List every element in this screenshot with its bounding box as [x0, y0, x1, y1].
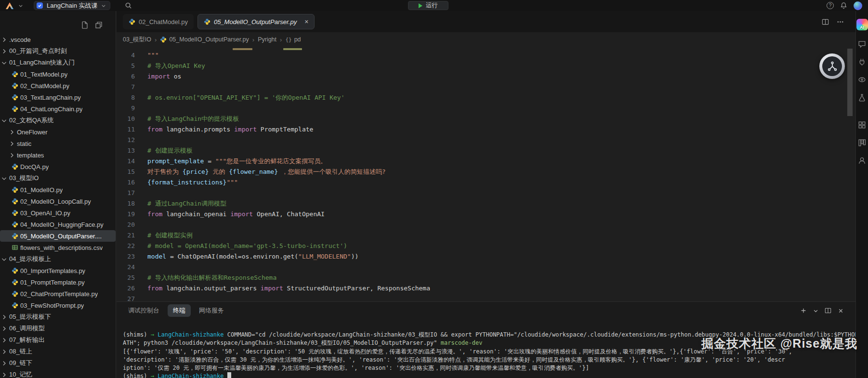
tree-item[interactable]: 02_ChatPromptTemplate.py [0, 288, 116, 300]
experiment-flask-icon[interactable] [858, 93, 867, 102]
user-icon[interactable] [858, 156, 867, 165]
tree-item[interactable]: 03_模型IO [0, 172, 116, 184]
chevron-down-icon[interactable] [18, 3, 23, 8]
code-line[interactable]: 19from langchain_openai import OpenAI, C… [117, 209, 855, 220]
code-editor[interactable]: 4"""5# 导入OpenAI Key6import os78# os.envi… [117, 47, 855, 301]
tree-item[interactable]: 06_调用模型 [0, 323, 116, 334]
tree-item[interactable]: 09_链下 [0, 357, 116, 369]
new-file-icon[interactable] [81, 21, 89, 29]
code-line[interactable]: 8# os.environ["OPENAI_API_KEY"] = '你的Ope… [117, 92, 855, 103]
tree-item[interactable]: 03_TextLangChain.py [0, 91, 116, 103]
workspace-switcher[interactable]: LangChain 实战课 [34, 1, 110, 10]
tree-item[interactable]: 01_PromptTemplate.py [0, 276, 116, 288]
code-line[interactable]: 26from langchain.output_parsers import S… [117, 283, 855, 294]
code-line[interactable]: 24 [117, 262, 855, 273]
tree-item[interactable]: 04_ModelIO_HuggingFace.py [0, 219, 116, 230]
code-line[interactable]: 22# model = OpenAI(model_name='gpt-3.5-t… [117, 241, 855, 251]
chat-icon[interactable] [858, 39, 867, 48]
tree-item[interactable]: 04_ChatLongChain.py [0, 103, 116, 115]
tree-item[interactable]: 03_FewShotPrompt.py [0, 300, 116, 311]
tree-item[interactable]: 08_链上 [0, 346, 116, 357]
tree-item[interactable]: 02_ModelIO_LoopCall.py [0, 196, 116, 207]
more-actions-icon[interactable] [837, 18, 844, 26]
code-line[interactable]: 21# 创建模型实例 [117, 230, 855, 241]
tree-item[interactable]: 01_ModelIO.py [0, 184, 116, 196]
code-line[interactable]: 13# 创建提示模板 [117, 145, 855, 156]
code-line[interactable]: 11from langchain.prompts import PromptTe… [117, 124, 855, 135]
help-icon[interactable]: ? [827, 2, 834, 9]
close-panel-icon[interactable] [838, 308, 844, 314]
apps-grid-icon[interactable] [858, 120, 867, 129]
tree-item[interactable]: 07_解析输出 [0, 334, 116, 346]
tree-item[interactable]: 00_开篇词_奇点时刻 [0, 45, 116, 57]
breadcrumb-item[interactable]: Pyright [258, 36, 276, 43]
tree-item-label: 05_提示模板下 [9, 313, 51, 321]
tree-item[interactable]: templates [0, 149, 116, 161]
tree-item[interactable]: 01_TextModel.py [0, 68, 116, 80]
tree-item-label: 04_ChatLongChain.py [20, 105, 82, 113]
code-line[interactable]: 10# 导入LangChain中的提示模板 [117, 114, 855, 124]
code-line[interactable]: 27 [117, 294, 855, 301]
code-line[interactable]: 25# 导入结构化输出解析器和ResponseSchema [117, 273, 855, 283]
code-line[interactable]: 17 [117, 188, 855, 198]
notifications-bell-icon[interactable] [840, 2, 847, 9]
editor-tab[interactable]: 05_ModelIO_OutputParser.py× [197, 14, 315, 29]
code-line[interactable]: 12 [117, 135, 855, 145]
code-line[interactable]: 16{format_instructions}""" [117, 177, 855, 188]
code-line[interactable]: 6import os [117, 71, 855, 82]
code-line[interactable]: 14prompt_template = """您是一位专业的鲜花店文案撰写员。 [117, 156, 855, 167]
tree-item[interactable]: 02_ChatModel.py [0, 80, 116, 91]
breadcrumb-item[interactable]: 03_模型IO [123, 36, 151, 44]
chevron-right-icon [1, 360, 7, 366]
code-line[interactable]: 4""" [117, 50, 855, 61]
tree-item[interactable]: 05_ModelIO_OutputParser.... [0, 230, 116, 242]
tree-item[interactable]: OneFlower [0, 126, 116, 138]
tree-item[interactable]: 04_提示模板上 [0, 253, 116, 265]
terminal-dropdown-icon[interactable] [813, 308, 818, 313]
tree-item[interactable]: 02_文档QA系统 [0, 115, 116, 126]
right-activity-bar: AI [855, 11, 868, 378]
new-terminal-icon[interactable] [800, 307, 807, 314]
kanban-layout-icon[interactable] [858, 138, 867, 147]
ai-extension-icon[interactable]: AI [856, 19, 868, 30]
panel-tab[interactable]: 网络服务 [194, 304, 229, 317]
run-button[interactable]: 运行 [408, 1, 448, 10]
code-line[interactable]: 20 [117, 220, 855, 230]
code-line[interactable]: 7 [117, 82, 855, 92]
titlebar: LangChain 实战课 运行 ? [0, 0, 868, 11]
search-icon[interactable] [125, 2, 132, 9]
tree-item[interactable]: 05_提示模板下 [0, 311, 116, 323]
tree-item[interactable]: flowers_with_descriptions.csv [0, 242, 116, 253]
code-line[interactable]: 23model = ChatOpenAI(model=os.environ.ge… [117, 251, 855, 262]
code-line[interactable]: 15对于售价为 {price} 元的 {flower_name} ，您能提供一个… [117, 167, 855, 177]
tree-item[interactable]: DocQA.py [0, 161, 116, 172]
preview-eye-icon[interactable] [858, 75, 867, 84]
editor-tab[interactable]: 02_ChatModel.py [123, 14, 194, 29]
ai-assistant-floating-button[interactable] [819, 53, 845, 79]
line-number: 10 [117, 114, 135, 124]
user-avatar[interactable] [854, 1, 862, 10]
tree-item[interactable]: static [0, 138, 116, 149]
code-line[interactable]: 9 [117, 103, 855, 114]
breadcrumb-item[interactable]: 05_ModelIO_OutputParser.py [160, 36, 249, 43]
marscode-logo-icon[interactable] [5, 1, 14, 10]
breadcrumb-item[interactable]: {}pd [285, 36, 301, 43]
split-panel-icon[interactable] [825, 307, 831, 314]
tree-item-label: DocQA.py [20, 163, 49, 170]
open-editors-icon[interactable] [95, 21, 103, 29]
split-editor-icon[interactable] [822, 18, 829, 26]
tree-item[interactable]: 00_ImportTemplates.py [0, 265, 116, 276]
code-line[interactable]: 5# 导入OpenAI Key [117, 61, 855, 71]
code-line[interactable]: 18# 通过LangChain调用模型 [117, 198, 855, 209]
tree-item[interactable]: 03_OpenAI_IO.py [0, 207, 116, 219]
panel-tab[interactable]: 调试控制台 [123, 304, 165, 317]
tree-item[interactable]: .vscode [0, 34, 116, 45]
close-tab-icon[interactable]: × [304, 18, 308, 25]
panel-tab[interactable]: 终端 [168, 304, 191, 317]
tree-item[interactable]: 01_LangChain快速入门 [0, 57, 116, 68]
tree-item[interactable]: 10_记忆 [0, 369, 116, 378]
tree-item-label: static [17, 140, 31, 147]
editor-scrollbar[interactable] [847, 49, 853, 116]
plugin-icon[interactable] [858, 57, 867, 66]
panel-tabs: 调试控制台终端网络服务 [123, 304, 229, 317]
